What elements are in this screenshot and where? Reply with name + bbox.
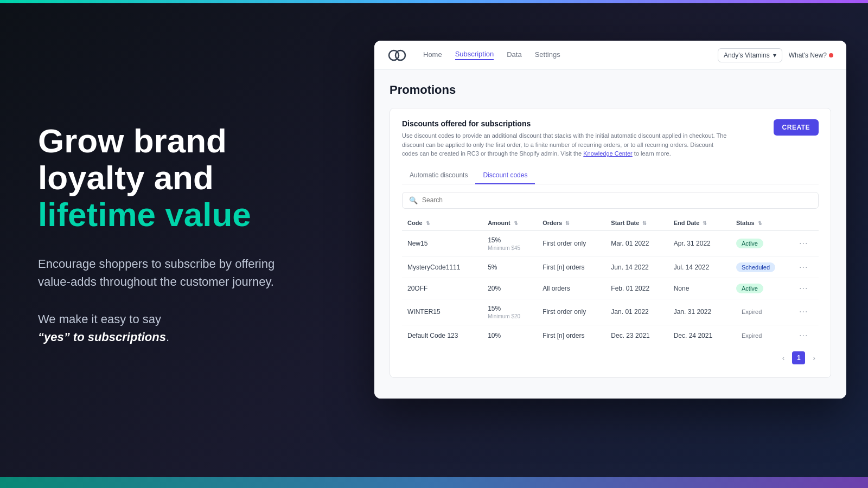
headline-line1: Grow brand: [38, 122, 227, 159]
store-name: Andy's Vitamins: [724, 52, 770, 59]
row-more-button-3[interactable]: ···: [799, 307, 808, 316]
cell-orders-4: First [n] orders: [537, 325, 605, 346]
col-orders-sort-icon[interactable]: ⇅: [565, 221, 570, 226]
nav-data[interactable]: Data: [507, 50, 521, 60]
cell-code-0: New15: [402, 230, 482, 256]
nav-links: Home Subscription Data Settings: [423, 50, 718, 60]
main-content: Promotions Discounts offered for subscri…: [374, 70, 846, 399]
col-status: Status ⇅: [731, 215, 794, 231]
cell-actions-1: ···: [794, 256, 819, 278]
col-start-date: Start Date ⇅: [605, 215, 668, 231]
status-badge-1: Scheduled: [736, 262, 775, 272]
create-button[interactable]: CREATE: [774, 119, 819, 136]
col-amount-label: Amount: [488, 220, 510, 226]
cell-end-date-0: Apr. 31 2022: [668, 230, 731, 256]
row-more-button-1[interactable]: ···: [799, 262, 808, 272]
col-end-date-sort-icon[interactable]: ⇅: [703, 221, 707, 226]
col-amount-sort-icon[interactable]: ⇅: [514, 221, 518, 226]
cell-status-4: Expired: [731, 325, 794, 346]
knowledge-center-link[interactable]: Knowledge Center: [583, 150, 633, 157]
table-header: Code ⇅ Amount ⇅ Orders ⇅ Start Date: [402, 215, 819, 231]
cell-end-date-2: None: [668, 278, 731, 299]
cell-code-1: MysteryCode1111: [402, 256, 482, 278]
nav-home[interactable]: Home: [423, 50, 442, 60]
col-status-sort-icon[interactable]: ⇅: [758, 221, 762, 226]
discounts-card: Discounts offered for subscriptions Use …: [390, 108, 831, 378]
cell-start-date-4: Dec. 23 2021: [605, 325, 668, 346]
table-row: 20OFF 20% All orders Feb. 01 2022 None A…: [402, 278, 819, 299]
cell-end-date-4: Dec. 24 2021: [668, 325, 731, 346]
cell-orders-1: First [n] orders: [537, 256, 605, 278]
col-orders-label: Orders: [542, 220, 562, 226]
discounts-header: Discounts offered for subscriptions Use …: [402, 119, 819, 158]
cell-amount-1: 5%: [482, 256, 537, 278]
cell-status-0: Active: [731, 230, 794, 256]
status-badge-4: Expired: [736, 331, 767, 341]
status-badge-0: Active: [736, 239, 763, 248]
nav-subscription[interactable]: Subscription: [455, 50, 494, 60]
table-row: Default Code 123 10% First [n] orders De…: [402, 325, 819, 346]
row-more-button-4[interactable]: ···: [799, 331, 808, 340]
cell-orders-2: All orders: [537, 278, 605, 299]
status-badge-3: Expired: [736, 307, 767, 317]
tab-discount-codes[interactable]: Discount codes: [475, 167, 535, 184]
cell-orders-0: First order only: [537, 230, 605, 256]
cell-status-1: Scheduled: [731, 256, 794, 278]
cell-start-date-0: Mar. 01 2022: [605, 230, 668, 256]
status-badge-2: Active: [736, 284, 763, 293]
cell-status-3: Expired: [731, 299, 794, 325]
pagination-current-page[interactable]: 1: [792, 351, 805, 364]
page-title: Promotions: [390, 83, 831, 97]
cell-amount-0: 15% Minimum $45: [482, 230, 537, 256]
chevron-down-icon: ▾: [773, 52, 776, 59]
col-orders: Orders ⇅: [537, 215, 605, 231]
col-code: Code ⇅: [402, 215, 482, 231]
cell-orders-3: First order only: [537, 299, 605, 325]
table-body: New15 15% Minimum $45 First order only M…: [402, 230, 819, 346]
discount-tabs: Automatic discounts Discount codes: [402, 167, 819, 184]
left-panel: Grow brand loyalty and lifetime value En…: [0, 0, 315, 488]
col-code-sort-icon[interactable]: ⇅: [426, 221, 430, 226]
cell-status-2: Active: [731, 278, 794, 299]
logo-icon: [387, 49, 407, 62]
tab-automatic-discounts[interactable]: Automatic discounts: [402, 167, 475, 184]
cell-amount-4: 10%: [482, 325, 537, 346]
table-row: New15 15% Minimum $45 First order only M…: [402, 230, 819, 256]
tagline-prefix: We make it easy to say: [38, 312, 161, 326]
cell-code-3: WINTER15: [402, 299, 482, 325]
nav-right: Andy's Vitamins ▾ What's New?: [718, 48, 833, 62]
row-more-button-0[interactable]: ···: [799, 239, 808, 248]
row-more-button-2[interactable]: ···: [799, 284, 808, 293]
cell-code-2: 20OFF: [402, 278, 482, 299]
search-input[interactable]: [422, 196, 812, 204]
cell-start-date-3: Jan. 01 2022: [605, 299, 668, 325]
table-row: MysteryCode1111 5% First [n] orders Jun.…: [402, 256, 819, 278]
pagination-prev[interactable]: ‹: [779, 352, 788, 363]
cell-code-4: Default Code 123: [402, 325, 482, 346]
col-end-date-label: End Date: [674, 220, 700, 226]
cell-end-date-1: Jul. 14 2022: [668, 256, 731, 278]
tagline-italic: “yes” to subscriptions: [38, 330, 166, 344]
store-selector[interactable]: Andy's Vitamins ▾: [718, 48, 782, 62]
cell-amount-2: 20%: [482, 278, 537, 299]
cell-actions-0: ···: [794, 230, 819, 256]
col-start-date-sort-icon[interactable]: ⇅: [642, 221, 647, 226]
col-amount: Amount ⇅: [482, 215, 537, 231]
whats-new-label: What's New?: [789, 52, 827, 59]
paragraph1: Encourage shoppers to subscribe by offer…: [38, 255, 282, 291]
col-end-date: End Date ⇅: [668, 215, 731, 231]
logo: [387, 49, 407, 62]
nav-settings[interactable]: Settings: [535, 50, 560, 60]
cell-actions-3: ···: [794, 299, 819, 325]
cell-amount-3: 15% Minimum $20: [482, 299, 537, 325]
tagline: We make it easy to say “yes” to subscrip…: [38, 310, 282, 346]
cell-actions-2: ···: [794, 278, 819, 299]
search-icon: 🔍: [409, 196, 418, 204]
discounts-description: Use discount codes to provide an additio…: [402, 131, 727, 158]
bottom-accent-bar: [0, 477, 868, 488]
notification-dot: [829, 53, 833, 57]
whats-new-button[interactable]: What's New?: [789, 52, 833, 59]
svg-point-1: [395, 50, 405, 60]
navigation-bar: Home Subscription Data Settings Andy's V…: [374, 41, 846, 70]
pagination-next[interactable]: ›: [809, 352, 819, 363]
